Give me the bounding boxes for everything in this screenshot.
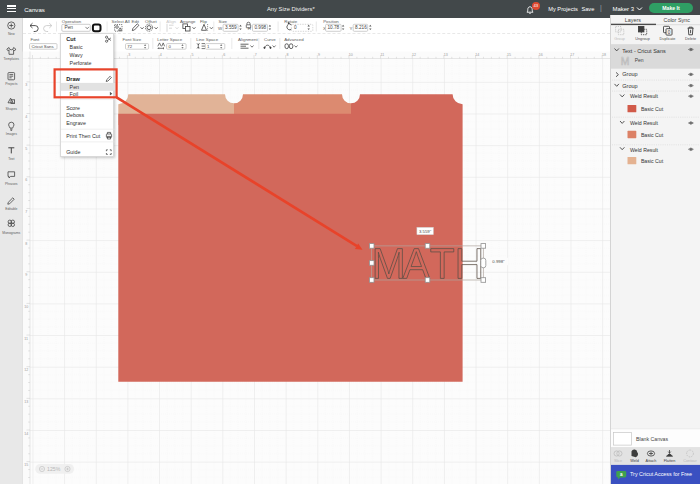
svg-text:Layers: Layers (625, 17, 641, 23)
svg-text:17: 17 (570, 53, 574, 57)
svg-text:Group: Group (614, 37, 625, 41)
svg-text:Group: Group (622, 71, 637, 77)
svg-text:13: 13 (444, 53, 448, 57)
svg-text:125%: 125% (47, 466, 61, 472)
svg-text:Weld Result: Weld Result (630, 147, 658, 153)
svg-text:Cut: Cut (66, 36, 75, 42)
svg-text:Print Then Cut: Print Then Cut (66, 133, 101, 139)
svg-text:12: 12 (412, 53, 416, 57)
svg-text:Text - Cricut Sans: Text - Cricut Sans (622, 48, 666, 54)
svg-text:15: 15 (507, 53, 511, 57)
svg-text:0.998": 0.998" (492, 259, 505, 264)
svg-text:11: 11 (381, 53, 385, 57)
svg-text:14: 14 (24, 432, 28, 436)
svg-text:Group: Group (622, 83, 637, 89)
svg-text:Draw: Draw (66, 76, 80, 82)
svg-text:16: 16 (539, 53, 543, 57)
svg-text:Basic Cut: Basic Cut (641, 132, 664, 138)
svg-text:Pen: Pen (70, 84, 79, 90)
svg-text:Ungroup: Ungroup (635, 37, 650, 41)
svg-text:15: 15 (24, 463, 28, 467)
svg-text:Try Cricut Access for Free: Try Cricut Access for Free (630, 471, 692, 477)
svg-text:Wavy: Wavy (70, 52, 83, 58)
svg-text:9: 9 (318, 53, 320, 57)
svg-text:9: 9 (25, 273, 27, 277)
svg-text:6: 6 (25, 178, 27, 182)
svg-text:3: 3 (128, 53, 130, 57)
svg-text:3.559": 3.559" (419, 229, 432, 234)
svg-text:0: 0 (668, 30, 671, 35)
svg-text:Engrave: Engrave (66, 121, 86, 127)
svg-text:Contour: Contour (683, 459, 697, 463)
svg-text:18: 18 (602, 53, 606, 57)
svg-text:5: 5 (192, 53, 194, 57)
svg-text:4: 4 (160, 53, 162, 57)
svg-text:Guide: Guide (66, 149, 80, 155)
svg-text:Attach: Attach (646, 459, 657, 463)
svg-text:13: 13 (24, 400, 28, 404)
svg-text:Delete: Delete (685, 37, 696, 41)
svg-text:5: 5 (25, 147, 27, 151)
svg-text:Weld Result: Weld Result (630, 120, 658, 126)
svg-text:Weld: Weld (630, 459, 639, 463)
svg-text:3: 3 (25, 83, 27, 87)
svg-text:7: 7 (255, 53, 257, 57)
svg-text:Deboss: Deboss (66, 113, 84, 119)
svg-text:10: 10 (24, 305, 28, 309)
svg-text:Basic: Basic (70, 45, 83, 51)
svg-text:Flatten: Flatten (664, 459, 676, 463)
svg-text:11: 11 (24, 337, 28, 341)
svg-text:6: 6 (223, 53, 225, 57)
svg-text:Weld Result: Weld Result (630, 93, 658, 99)
svg-text:Slice: Slice (614, 459, 622, 463)
svg-text:Basic Cut: Basic Cut (641, 106, 664, 112)
svg-text:8: 8 (25, 242, 27, 246)
svg-text:Perforate: Perforate (70, 60, 92, 66)
svg-text:4: 4 (25, 115, 27, 119)
svg-text:Duplicate: Duplicate (660, 37, 676, 41)
svg-text:10: 10 (349, 53, 353, 57)
svg-text:14: 14 (475, 53, 479, 57)
svg-text:7: 7 (25, 210, 27, 214)
svg-text:a: a (620, 472, 623, 477)
svg-text:Pen: Pen (635, 57, 644, 63)
svg-text:12: 12 (24, 368, 28, 372)
svg-text:Blank Canvas: Blank Canvas (636, 436, 668, 442)
svg-text:Basic Cut: Basic Cut (641, 158, 664, 164)
svg-text:Foil: Foil (70, 91, 79, 97)
svg-text:M: M (621, 55, 630, 68)
svg-text:Color Sync: Color Sync (664, 17, 691, 23)
svg-text:Score: Score (66, 105, 80, 111)
svg-text:8: 8 (286, 53, 288, 57)
